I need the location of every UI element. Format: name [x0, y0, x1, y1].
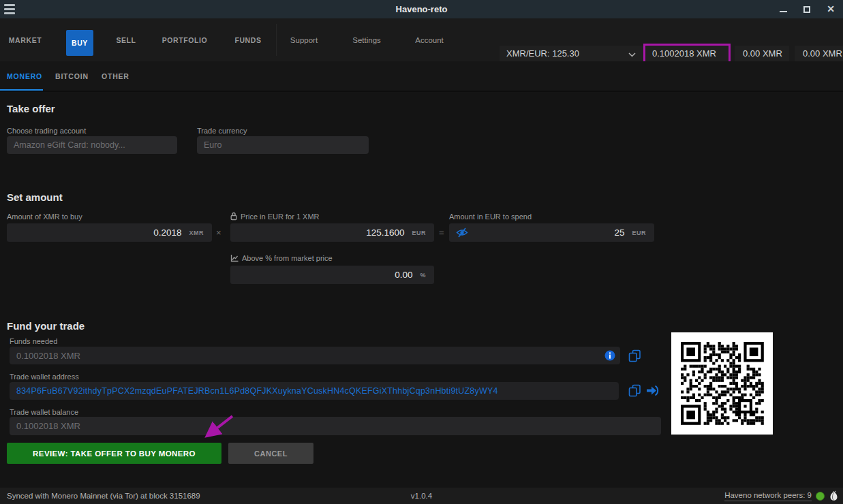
- wallet-address-value: 834P6FuB67V92ithdyTpPCX2mzqdEuPFATEJRBcn…: [16, 386, 498, 396]
- amount-to-buy-suffix: XMR: [189, 230, 204, 236]
- trade-currency-label: Trade currency: [197, 127, 247, 135]
- funds-needed-field[interactable]: 0.1002018 XMR: [10, 347, 620, 364]
- available-balance-value: 0.1002018 XMR: [652, 48, 729, 59]
- currency-tabstrip: MONERO BITCOIN OTHER: [0, 61, 843, 92]
- active-tab-underline: [0, 89, 43, 91]
- maximize-icon[interactable]: [803, 6, 810, 13]
- nav-item-market[interactable]: MARKET: [10, 18, 41, 61]
- price-label-row: Price in EUR for 1 XMR: [230, 212, 320, 221]
- copy-funds-icon[interactable]: [628, 349, 641, 362]
- deviation-label: Above % from market price: [242, 254, 333, 262]
- network-peers-text[interactable]: Haveno network peers: 9: [724, 490, 812, 501]
- eye-slash-icon[interactable]: [456, 227, 468, 238]
- window-title: Haveno-reto: [0, 0, 843, 18]
- trading-account-select[interactable]: Amazon eGift Card: nobody...: [7, 136, 177, 154]
- set-amount-heading: Set amount: [7, 191, 63, 203]
- nav-item-sell[interactable]: SELL: [112, 18, 140, 61]
- deviation-value: 0.00: [395, 270, 412, 280]
- minimize-icon[interactable]: [780, 11, 787, 12]
- tab-bitcoin[interactable]: BITCOIN: [55, 61, 89, 91]
- nav-item-buy[interactable]: BUY: [66, 30, 93, 56]
- amount-to-buy-input[interactable]: 0.2018 XMR: [7, 223, 212, 242]
- funds-needed-label: Funds needed: [10, 337, 57, 345]
- network-status: Haveno network peers: 9: [724, 488, 839, 504]
- connection-status-dot: [816, 492, 825, 501]
- take-offer-heading: Take offer: [7, 103, 55, 114]
- market-price-pair: XMR/EUR: 125.30: [506, 48, 637, 59]
- chart-icon: [230, 254, 239, 262]
- wallet-address-field[interactable]: 834P6FuB67V92ithdyTpPCX2mzqdEuPFATEJRBcn…: [10, 382, 619, 400]
- multiply-sign: ×: [216, 227, 221, 238]
- review-take-offer-button[interactable]: REVIEW: TAKE OFFER TO BUY MONERO: [7, 443, 221, 464]
- amount-to-buy-value: 0.2018: [153, 227, 181, 238]
- deviation-input[interactable]: 0.00 %: [230, 266, 434, 284]
- price-suffix: EUR: [412, 230, 426, 236]
- tor-onion-icon: [829, 490, 839, 502]
- titlebar: Haveno-reto ✕: [0, 0, 843, 18]
- spend-value: 25: [614, 227, 624, 238]
- wallet-balance-field[interactable]: 0.1002018 XMR: [10, 417, 661, 435]
- wallet-balance-label: Trade wallet balance: [10, 408, 78, 416]
- nav-item-account[interactable]: Account: [408, 18, 450, 61]
- price-input[interactable]: 125.1600 EUR: [230, 223, 434, 242]
- trading-account-label: Choose trading account: [7, 127, 86, 135]
- amount-to-buy-label: Amount of XMR to buy: [7, 212, 82, 221]
- tab-monero[interactable]: MONERO: [7, 61, 42, 91]
- version-text: v1.0.4: [0, 488, 843, 504]
- deviation-label-row: Above % from market price: [230, 254, 333, 262]
- spend-label: Amount in EUR to spend: [449, 212, 532, 221]
- nav-item-settings[interactable]: Settings: [346, 18, 388, 61]
- wallet-balance-value: 0.1002018 XMR: [16, 421, 80, 431]
- reserved-balance-value: 0.00 XMR: [803, 48, 843, 59]
- info-icon[interactable]: [604, 350, 615, 361]
- nav-item-funds[interactable]: FUNDS: [231, 18, 265, 61]
- haveno-app-window: Haveno-reto ✕ MARKET BUY SELL PORTFOLIO …: [0, 0, 843, 504]
- tab-other[interactable]: OTHER: [102, 61, 129, 91]
- fund-trade-heading: Fund your trade: [7, 320, 85, 332]
- statusbar: Synced with Monero Mainnet (via Tor) at …: [0, 488, 843, 504]
- chevron-down-icon: [628, 52, 636, 57]
- copy-address-icon[interactable]: [628, 384, 641, 397]
- pending-balance-value: 0.00 XMR: [743, 48, 789, 59]
- price-value: 125.1600: [366, 227, 404, 238]
- main-navbar: MARKET BUY SELL PORTFOLIO FUNDS Support …: [0, 18, 843, 61]
- price-label: Price in EUR for 1 XMR: [241, 212, 320, 221]
- equals-sign: =: [439, 227, 444, 238]
- deviation-suffix: %: [420, 272, 426, 279]
- close-icon[interactable]: ✕: [827, 0, 835, 18]
- nav-item-support[interactable]: Support: [283, 18, 324, 61]
- spend-suffix: EUR: [632, 230, 646, 236]
- spend-input[interactable]: 25 EUR: [449, 223, 654, 242]
- funds-needed-value: 0.1002018 XMR: [16, 351, 80, 361]
- lock-icon: [230, 212, 237, 221]
- wallet-qr-code: [671, 332, 773, 435]
- wallet-address-label: Trade wallet address: [10, 373, 79, 381]
- trade-currency-select[interactable]: Euro: [197, 136, 369, 154]
- nav-divider: [276, 24, 277, 56]
- window-controls: ✕: [780, 0, 835, 18]
- open-wallet-icon[interactable]: [646, 385, 659, 396]
- cancel-button[interactable]: CANCEL: [228, 443, 313, 464]
- nav-item-portfolio[interactable]: PORTFOLIO: [161, 18, 209, 61]
